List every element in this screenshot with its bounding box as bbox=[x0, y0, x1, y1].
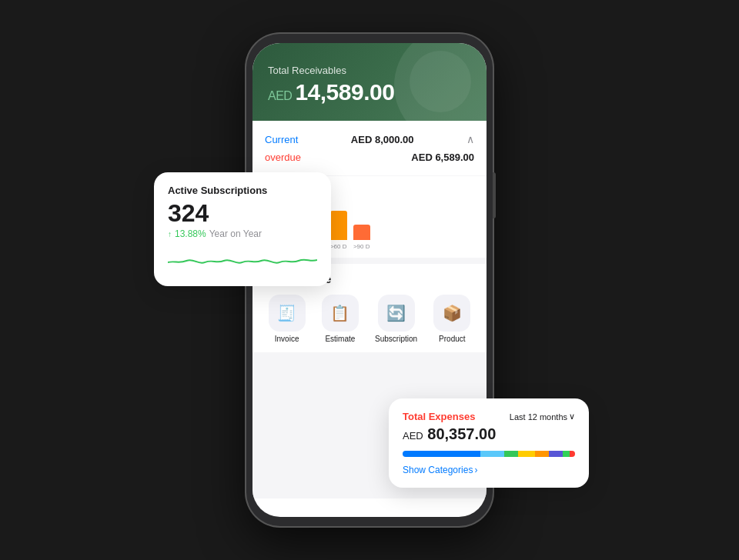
growth-arrow-icon: ↑ bbox=[168, 230, 172, 238]
current-row: Current AED 8,000.00 ∧ bbox=[265, 130, 474, 148]
overdue-label: overdue bbox=[265, 152, 301, 163]
quick-icon-subscription[interactable]: 🔄 Subscription bbox=[375, 295, 417, 343]
expenses-stacked-bar bbox=[403, 451, 575, 457]
expenses-period[interactable]: Last 12 months ∨ bbox=[510, 412, 575, 422]
sparkline-path bbox=[168, 260, 317, 263]
receivables-card: Current AED 8,000.00 ∧ overdue AED 6,589… bbox=[252, 121, 487, 175]
show-categories-button[interactable]: Show Categories › bbox=[403, 465, 575, 475]
phone-side-button bbox=[493, 172, 496, 218]
segment-yellow bbox=[518, 451, 535, 457]
estimate-icon: 📋 bbox=[322, 295, 359, 332]
segment-light-blue bbox=[480, 451, 504, 457]
product-icon: 📦 bbox=[433, 295, 470, 332]
header-currency: AED bbox=[268, 89, 292, 102]
sparkline-container bbox=[168, 247, 317, 274]
quick-icon-product[interactable]: 📦 Product bbox=[433, 295, 470, 343]
total-receivables-amount: AED14,589.00 bbox=[268, 79, 471, 105]
current-value: AED 8,000.00 bbox=[351, 134, 414, 145]
subscriptions-growth: ↑ 13.88% Year on Year bbox=[168, 228, 317, 239]
expenses-currency: AED bbox=[403, 430, 423, 442]
chevron-up-icon[interactable]: ∧ bbox=[466, 133, 474, 145]
yoy-label: Year on Year bbox=[209, 228, 262, 239]
chevron-down-icon: ∨ bbox=[569, 412, 575, 422]
invoice-icon: 🧾 bbox=[269, 295, 306, 332]
subscription-label: Subscription bbox=[375, 335, 417, 343]
card-subscriptions: Active Subscriptions 324 ↑ 13.88% Year o… bbox=[154, 172, 331, 286]
growth-percent: 13.88% bbox=[175, 228, 206, 239]
expenses-title: Total Expenses bbox=[403, 411, 475, 422]
bar-90d-fill bbox=[353, 225, 370, 240]
expenses-value: 80,357.00 bbox=[427, 425, 496, 442]
expenses-amount: AED 80,357.00 bbox=[403, 425, 575, 443]
invoice-label: Invoice bbox=[275, 335, 299, 343]
estimate-label: Estimate bbox=[325, 335, 355, 343]
bar-60d-fill bbox=[330, 211, 347, 240]
subscription-icon: 🔄 bbox=[378, 295, 415, 332]
overdue-row: overdue AED 6,589.00 bbox=[265, 148, 474, 166]
quick-icon-invoice[interactable]: 🧾 Invoice bbox=[269, 295, 306, 343]
current-label: Current bbox=[265, 134, 298, 145]
quick-create-icons: 🧾 Invoice 📋 Estimate 🔄 Subscription bbox=[265, 295, 474, 343]
bar-90d-label: >90 D bbox=[353, 243, 370, 250]
segment-green bbox=[504, 451, 518, 457]
scene: Total Receivables AED14,589.00 Current A… bbox=[108, 18, 631, 542]
subscriptions-number: 324 bbox=[168, 201, 317, 225]
bar-60d-label: >60 D bbox=[330, 243, 347, 250]
bar-60d: >60 D bbox=[330, 211, 347, 250]
sparkline-chart bbox=[168, 247, 317, 274]
segment-red bbox=[570, 451, 575, 457]
expenses-header: Total Expenses Last 12 months ∨ bbox=[403, 411, 575, 422]
product-label: Product bbox=[439, 335, 465, 343]
segment-blue bbox=[403, 451, 480, 457]
phone-header: Total Receivables AED14,589.00 bbox=[252, 43, 487, 121]
overdue-value: AED 6,589.00 bbox=[411, 152, 474, 163]
segment-purple bbox=[549, 451, 563, 457]
segment-orange bbox=[535, 451, 549, 457]
quick-icon-estimate[interactable]: 📋 Estimate bbox=[322, 295, 359, 343]
chevron-right-icon: › bbox=[474, 465, 477, 475]
bar-90d: >90 D bbox=[353, 225, 370, 250]
subscriptions-title: Active Subscriptions bbox=[168, 185, 317, 196]
segment-teal bbox=[563, 451, 570, 457]
total-receivables-label: Total Receivables bbox=[268, 65, 471, 76]
card-expenses: Total Expenses Last 12 months ∨ AED 80,3… bbox=[389, 398, 589, 488]
